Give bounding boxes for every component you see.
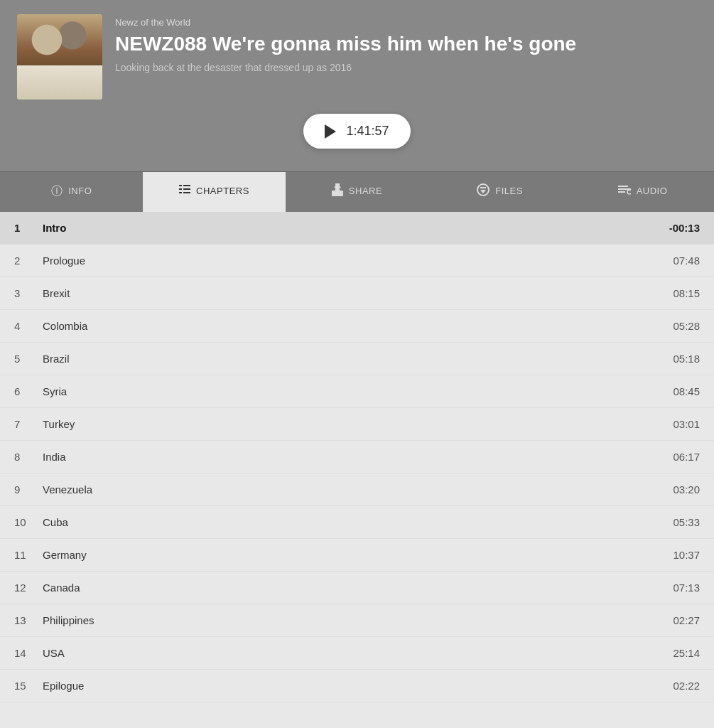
header-top: Newz of the World NEWZ088 We're gonna mi… [17, 14, 697, 100]
svg-rect-13 [618, 186, 628, 187]
chapter-time: 05:18 [673, 353, 700, 365]
svg-rect-15 [618, 191, 625, 193]
chapter-time: 03:01 [673, 418, 700, 430]
svg-rect-12 [480, 187, 486, 188]
chapter-name: Prologue [43, 255, 673, 267]
files-icon [477, 183, 489, 198]
chapter-name: India [43, 451, 673, 463]
chapter-name: Turkey [43, 418, 673, 430]
chapter-time: 10:37 [673, 549, 700, 561]
chapter-number: 10 [14, 516, 43, 528]
svg-rect-4 [179, 192, 182, 193]
chapter-row[interactable]: 4Colombia05:28 [0, 310, 714, 343]
chapter-time: 02:22 [673, 680, 700, 692]
chapter-name: Canada [43, 582, 673, 594]
audio-icon [618, 185, 631, 197]
info-icon: ⓘ [51, 186, 63, 197]
chapter-time: 25:14 [673, 647, 700, 659]
svg-rect-0 [179, 185, 182, 186]
chapter-number: 12 [14, 582, 43, 594]
chapter-number: 3 [14, 287, 43, 299]
chapters-list: 1Intro-00:132Prologue07:483Brexit08:154C… [0, 212, 714, 702]
chapter-name: USA [43, 647, 673, 659]
chapter-time: 08:45 [673, 385, 700, 397]
chapter-row[interactable]: 11Germany10:37 [0, 539, 714, 572]
podcast-description: Looking back at the desaster that dresse… [115, 62, 697, 73]
tab-info[interactable]: ⓘ INFO [0, 172, 143, 212]
chapter-name: Philippines [43, 614, 673, 626]
chapter-row[interactable]: 2Prologue07:48 [0, 245, 714, 277]
chapter-row[interactable]: 5Brazil05:18 [0, 343, 714, 375]
svg-point-16 [627, 190, 631, 194]
chapter-name: Epilogue [43, 680, 673, 692]
svg-rect-2 [179, 188, 182, 190]
chapter-number: 8 [14, 451, 43, 463]
chapter-number: 13 [14, 614, 43, 626]
chapter-time: 02:27 [673, 614, 700, 626]
chapter-number: 11 [14, 549, 43, 561]
chapter-time: 05:33 [673, 516, 700, 528]
chapter-row[interactable]: 14USA25:14 [0, 637, 714, 670]
tab-audio-label: AUDIO [637, 186, 668, 196]
chapter-number: 2 [14, 255, 43, 267]
thumbnail-image [17, 14, 102, 100]
chapter-number: 5 [14, 353, 43, 365]
tab-chapters-label: CHAPTERS [196, 186, 249, 196]
svg-rect-3 [183, 188, 190, 190]
chapter-number: 15 [14, 680, 43, 692]
chapter-row[interactable]: 7Turkey03:01 [0, 408, 714, 441]
chapter-row[interactable]: 6Syria08:45 [0, 375, 714, 408]
podcast-thumbnail [17, 14, 102, 100]
chapter-number: 14 [14, 647, 43, 659]
chapter-number: 6 [14, 385, 43, 397]
duration-display: 1:41:57 [346, 124, 389, 139]
svg-rect-9 [332, 191, 343, 196]
player-area: 1:41:57 [17, 100, 697, 154]
chapter-row[interactable]: 3Brexit08:15 [0, 277, 714, 310]
chapter-row[interactable]: 1Intro-00:13 [0, 212, 714, 245]
chapter-name: Cuba [43, 516, 673, 528]
play-button[interactable]: 1:41:57 [303, 114, 410, 149]
tab-info-label: INFO [68, 186, 92, 196]
svg-marker-11 [480, 190, 486, 193]
svg-rect-5 [183, 192, 190, 193]
svg-rect-1 [183, 185, 190, 186]
chapter-row[interactable]: 13Philippines02:27 [0, 604, 714, 637]
podcast-title: NEWZ088 We're gonna miss him when he's g… [115, 32, 697, 56]
chapter-name: Intro [43, 222, 669, 234]
header-info: Newz of the World NEWZ088 We're gonna mi… [115, 14, 697, 73]
chapter-number: 9 [14, 483, 43, 496]
chapter-number: 7 [14, 418, 43, 430]
share-icon [332, 183, 343, 198]
chapter-time: -00:13 [669, 222, 700, 234]
chapter-name: Venezuela [43, 483, 673, 496]
chapter-name: Brazil [43, 353, 673, 365]
tab-chapters[interactable]: CHAPTERS [143, 172, 286, 212]
chapter-time: 03:20 [673, 483, 700, 496]
chapter-row[interactable]: 12Canada07:13 [0, 572, 714, 604]
chapter-row[interactable]: 8India06:17 [0, 441, 714, 473]
podcast-header: Newz of the World NEWZ088 We're gonna mi… [0, 0, 714, 171]
chapter-name: Syria [43, 385, 673, 397]
chapters-icon [179, 185, 190, 197]
chapter-row[interactable]: 10Cuba05:33 [0, 506, 714, 539]
tab-share-label: SHARE [349, 186, 382, 196]
play-icon [325, 124, 336, 139]
tab-files[interactable]: FILES [428, 172, 571, 212]
tab-files-label: FILES [495, 186, 523, 196]
tab-bar: ⓘ INFO CHAPTERS SHARE [0, 171, 714, 212]
tab-audio[interactable]: AUDIO [571, 172, 714, 212]
chapter-row[interactable]: 9Venezuela03:20 [0, 473, 714, 506]
chapter-time: 07:13 [673, 582, 700, 594]
chapter-time: 05:28 [673, 320, 700, 332]
tab-share[interactable]: SHARE [286, 172, 428, 212]
chapter-name: Colombia [43, 320, 673, 332]
chapter-time: 08:15 [673, 287, 700, 299]
chapter-name: Brexit [43, 287, 673, 299]
chapter-number: 1 [14, 222, 43, 234]
chapter-row[interactable]: 15Epilogue02:22 [0, 670, 714, 702]
podcast-series: Newz of the World [115, 17, 697, 28]
chapter-time: 06:17 [673, 451, 700, 463]
chapter-number: 4 [14, 320, 43, 332]
chapter-name: Germany [43, 549, 673, 561]
